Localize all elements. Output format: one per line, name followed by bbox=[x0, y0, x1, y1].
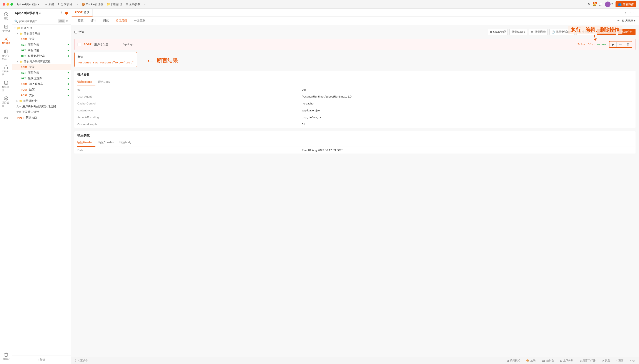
share-project-button[interactable]: ⬆ 分享项目 bbox=[58, 2, 72, 6]
project-name[interactable]: Apipost演示项目 ▾ bbox=[15, 11, 59, 15]
chat-button[interactable]: 💬 bbox=[599, 2, 602, 6]
tab-prev-icon[interactable]: ‹ bbox=[633, 11, 633, 14]
sub-nav-design[interactable]: 设计 bbox=[87, 16, 100, 25]
batch-move-button[interactable]: 批量移动 ▾ bbox=[509, 29, 527, 35]
tree-item-product-reviews[interactable]: GET 查看商品评论 bbox=[12, 53, 71, 59]
update-button[interactable]: ↑ 更新 bbox=[615, 358, 625, 363]
response-tab-cookies[interactable]: 响应Cookies bbox=[98, 139, 117, 146]
sidebar-item-recent[interactable]: 最近 bbox=[1, 10, 11, 22]
precision-mode-button[interactable]: ⊞ 精简模式 bbox=[505, 358, 521, 363]
category-purchase-flow[interactable]: ▼ 📁 目录 用户购买商品流程 bbox=[12, 59, 71, 64]
icon-sidebar: 最近 API设计 API调试 自动化测试 文档分享 数据模型 项目设置 ··· bbox=[0, 9, 12, 364]
skin-button[interactable]: 🎨 皮肤 bbox=[525, 358, 537, 363]
method-get-tag: GET bbox=[20, 77, 27, 80]
add-tab-icon[interactable]: ＋ bbox=[624, 11, 627, 14]
sidebar-item-auto-test[interactable]: 自动化测试 bbox=[1, 48, 11, 62]
text-label: 用户购买商品流程设计思路 bbox=[22, 104, 56, 108]
category-view-products[interactable]: ▼ 📁 目录 查看商品 bbox=[12, 31, 71, 36]
layout-icon[interactable]: ⊞ bbox=[66, 20, 69, 23]
eye-icon[interactable]: 👁 bbox=[617, 19, 620, 22]
tree-item-text-flow[interactable]: 文本 用户购买商品流程设计思路 bbox=[12, 104, 71, 109]
cicd-manager-button[interactable]: ⚙ CICD管理 bbox=[488, 29, 508, 35]
new-button[interactable]: ＋ 新建 bbox=[45, 2, 54, 6]
close-button[interactable] bbox=[3, 3, 5, 6]
sidebar-item-data-model[interactable]: 数据模型 bbox=[1, 79, 11, 94]
select-all-checkbox[interactable]: 全选 bbox=[74, 30, 84, 34]
notification-button[interactable]: 🔔 49 bbox=[593, 2, 596, 6]
tree-item-new-api[interactable]: POST 新建接口 bbox=[12, 115, 71, 120]
tab-next-icon[interactable]: › bbox=[635, 11, 636, 14]
run-test-button[interactable]: ▶ bbox=[609, 42, 617, 47]
tree-item-coupon[interactable]: GET 领取优惠券 bbox=[12, 76, 71, 81]
tab-login[interactable]: POST 登录 bbox=[72, 9, 93, 16]
delete-test-button[interactable]: 🗑 bbox=[624, 42, 632, 47]
category-platform[interactable]: ▼ 📁 目录 平台 bbox=[12, 26, 71, 31]
category-user-center[interactable]: ▶ 📁 目录 用户中心 bbox=[12, 98, 71, 104]
sub-nav-load-test[interactable]: 一键压测 bbox=[130, 16, 149, 25]
tree-item-login-platform[interactable]: POST 登录 bbox=[12, 36, 71, 42]
maximize-button[interactable] bbox=[11, 3, 13, 6]
add-icon[interactable]: ⊕ bbox=[65, 11, 68, 16]
sub-nav: 预览 设计 调试 接口用例 一键压测 👁 默认环境 ▾ bbox=[71, 16, 639, 25]
more-button[interactable]: ··· bbox=[76, 2, 78, 6]
tree-header: Apipost演示项目 ▾ ⬆ ⊕ bbox=[12, 9, 71, 18]
split-screen-button[interactable]: ⊟ 上下分屏 bbox=[559, 358, 575, 363]
main-content: POST 登录 ＋ ··· ‹ › 预览 设计 调试 接口用例 一键压测 👁 默… bbox=[71, 9, 639, 364]
test-case-checkbox[interactable] bbox=[78, 43, 81, 46]
method-get-tag: GET bbox=[20, 71, 27, 74]
sidebar-item-doc-share[interactable]: 文档分享 bbox=[1, 63, 11, 78]
team-name[interactable]: Apipost演示团队 ▾ bbox=[17, 2, 40, 6]
env-select[interactable]: 默认环境 ▾ bbox=[622, 19, 635, 23]
archive-manager-button[interactable]: 📁 归档管理 bbox=[107, 2, 122, 6]
tree-item-login-active[interactable]: POST 登录 bbox=[12, 64, 71, 70]
tree-item-checkout[interactable]: POST 结算 bbox=[12, 87, 71, 92]
tree-item-text-login-design[interactable]: 文本 登录接口设计 bbox=[12, 109, 71, 115]
new-item-button[interactable]: + 新建 bbox=[37, 358, 46, 362]
sub-nav-cases[interactable]: 接口用例 bbox=[112, 16, 130, 25]
tree-item-cart[interactable]: POST 加入购物车 bbox=[12, 81, 71, 87]
assertion-section: 断言 response.raw.responseText=="test" ← 断… bbox=[74, 52, 635, 71]
new-window-button[interactable]: ⧉ 新窗口打开 bbox=[578, 358, 597, 363]
sidebar-item-project-settings[interactable]: 项目设置 bbox=[1, 94, 11, 109]
avatar[interactable]: U 2 bbox=[605, 2, 613, 7]
tab-label: 登录 bbox=[84, 10, 89, 14]
sub-nav-preview[interactable]: 预览 bbox=[74, 16, 87, 25]
assertion-title: 断言 bbox=[78, 55, 134, 59]
minimize-button[interactable] bbox=[7, 3, 9, 6]
method-post-tag: POST bbox=[20, 88, 28, 91]
expand-more-button[interactable]: 《 《 更多个 bbox=[74, 359, 88, 362]
cicd-icon: ⚙ bbox=[490, 30, 492, 34]
search-input[interactable] bbox=[19, 20, 57, 23]
params-tabs: 请求Header 请求Body bbox=[74, 78, 635, 86]
response-tab-body[interactable]: 响应body bbox=[120, 139, 134, 146]
tab-more-icon[interactable]: ··· bbox=[628, 11, 631, 14]
cookie-manager-button[interactable]: 🍪 Cookie管理器 bbox=[82, 2, 103, 6]
params-tab-header[interactable]: 请求Header bbox=[77, 78, 95, 86]
global-params-button[interactable]: ⊞ 全局参数 bbox=[126, 2, 140, 6]
sub-nav-debug[interactable]: 调试 bbox=[100, 16, 112, 25]
tree-item-product-list-2[interactable]: GET 商品列表 bbox=[12, 70, 71, 76]
menu-button[interactable]: ≡ bbox=[144, 2, 146, 6]
edit-test-button[interactable]: ✏ bbox=[617, 42, 624, 47]
select-all-input[interactable] bbox=[74, 30, 77, 34]
invite-collaborate-button[interactable]: 👥 邀请协作 bbox=[615, 1, 636, 8]
main-layout: 最近 API设计 API调试 自动化测试 文档分享 数据模型 项目设置 ··· bbox=[0, 9, 639, 364]
params-tab-body[interactable]: 请求Body bbox=[98, 78, 113, 86]
sidebar-item-api-design[interactable]: API设计 bbox=[1, 23, 11, 34]
tree-item-payment[interactable]: POST 支付 bbox=[12, 92, 71, 98]
category-icon: 📁 bbox=[17, 27, 20, 30]
batch-delete-button[interactable]: 🗑 批量删除 bbox=[529, 29, 548, 35]
sidebar-item-api-debug[interactable]: API调试 bbox=[1, 35, 11, 47]
tree-item-product-detail[interactable]: GET 商品详情 bbox=[12, 48, 71, 53]
response-tab-header[interactable]: 响应Header bbox=[77, 139, 95, 146]
refresh-button[interactable]: ↻ bbox=[588, 2, 590, 6]
filter-label[interactable]: 全部 bbox=[58, 19, 65, 23]
upload-icon[interactable]: ⬆ bbox=[61, 11, 63, 16]
status-dot bbox=[68, 78, 69, 79]
method-post-tag: POST bbox=[20, 82, 28, 86]
sidebar-item-more[interactable]: ··· 更多 bbox=[1, 110, 11, 121]
tree-item-product-list-1[interactable]: GET 商品列表 bbox=[12, 42, 71, 48]
console-button[interactable]: ⌨ 控制台 bbox=[540, 358, 555, 363]
settings-button[interactable]: ⚙ 设置 bbox=[600, 358, 611, 363]
sidebar-item-trash[interactable]: 回收站 bbox=[1, 351, 11, 362]
